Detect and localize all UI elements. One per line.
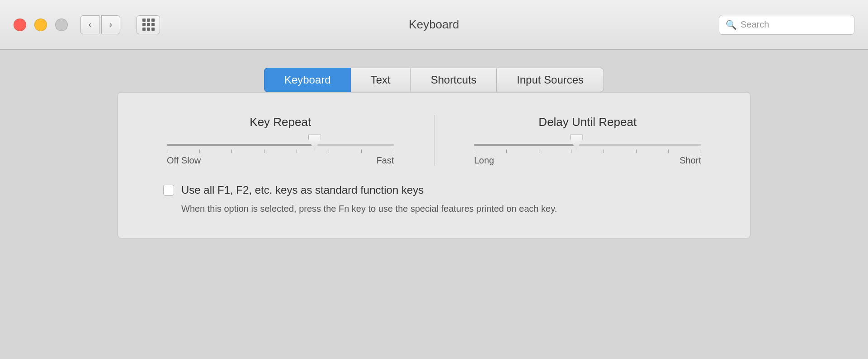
- delay-repeat-thumb[interactable]: [570, 135, 583, 150]
- main-content: Keyboard Text Shortcuts Input Sources Ke…: [0, 50, 868, 359]
- key-repeat-left-label: Off Slow: [167, 155, 201, 166]
- window-title: Keyboard: [409, 18, 459, 32]
- titlebar: ‹ › Keyboard 🔍 Search: [0, 0, 868, 50]
- tab-text[interactable]: Text: [351, 68, 410, 92]
- sliders-row: Key Repeat Off Slow: [154, 115, 714, 166]
- delay-repeat-track-wrapper: [474, 138, 701, 152]
- maximize-button[interactable]: [55, 19, 68, 31]
- key-repeat-track: [167, 144, 394, 146]
- traffic-lights: [14, 19, 68, 31]
- key-repeat-track-wrapper: [167, 138, 394, 152]
- delay-repeat-slider-container: Long Short: [462, 138, 714, 166]
- key-repeat-section: Key Repeat Off Slow: [154, 115, 407, 166]
- checkbox-section: Use all F1, F2, etc. keys as standard fu…: [154, 184, 714, 215]
- tab-shortcuts[interactable]: Shortcuts: [410, 68, 496, 92]
- search-placeholder: Search: [741, 19, 769, 30]
- nav-buttons: ‹ ›: [80, 15, 120, 34]
- minimize-button[interactable]: [34, 19, 47, 31]
- settings-panel: Key Repeat Off Slow: [118, 92, 750, 238]
- delay-repeat-ticks: [474, 149, 701, 153]
- delay-repeat-track: [474, 144, 701, 146]
- tab-input-sources[interactable]: Input Sources: [496, 68, 604, 92]
- delay-repeat-left-label: Long: [474, 155, 494, 166]
- function-keys-label: Use all F1, F2, etc. keys as standard fu…: [181, 184, 424, 196]
- forward-button[interactable]: ›: [101, 15, 120, 34]
- function-keys-checkbox[interactable]: [163, 185, 174, 196]
- delay-repeat-right-label: Short: [679, 155, 701, 166]
- app-grid-button[interactable]: [137, 15, 160, 34]
- key-repeat-label: Key Repeat: [250, 115, 311, 129]
- chevron-right-icon: ›: [109, 20, 112, 29]
- key-repeat-slider-container: Off Slow Fast: [154, 138, 407, 166]
- key-repeat-right-label: Fast: [377, 155, 394, 166]
- tab-keyboard[interactable]: Keyboard: [264, 68, 351, 92]
- close-button[interactable]: [14, 19, 26, 31]
- key-repeat-ticks: [167, 149, 394, 153]
- key-repeat-thumb[interactable]: [308, 135, 321, 150]
- delay-repeat-section: Delay Until Repeat Long: [462, 115, 714, 166]
- delay-repeat-label: Delay Until Repeat: [538, 115, 637, 129]
- grid-icon: [142, 19, 155, 31]
- slider-divider: [434, 115, 434, 166]
- delay-repeat-labels: Long Short: [474, 155, 701, 166]
- search-box[interactable]: 🔍 Search: [719, 15, 854, 35]
- chevron-left-icon: ‹: [89, 20, 91, 29]
- search-icon: 🔍: [726, 19, 737, 30]
- function-keys-description: When this option is selected, press the …: [163, 202, 714, 215]
- key-repeat-labels: Off Slow Fast: [167, 155, 394, 166]
- tab-bar: Keyboard Text Shortcuts Input Sources: [264, 68, 604, 92]
- function-keys-row: Use all F1, F2, etc. keys as standard fu…: [163, 184, 714, 196]
- back-button[interactable]: ‹: [80, 15, 99, 34]
